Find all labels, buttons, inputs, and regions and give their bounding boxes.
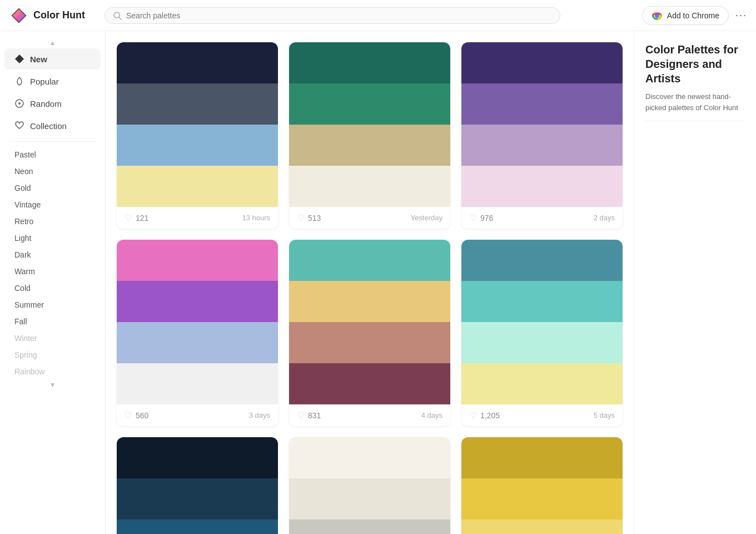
tag-retro[interactable]: Retro [4,214,101,229]
heart-icon: ♡ [125,212,132,223]
color-strip [117,520,278,534]
color-strip [289,125,450,166]
logo-area: Color Hunt [9,6,98,26]
tag-pastel[interactable]: Pastel [4,147,101,162]
logo-title: Color Hunt [33,9,85,21]
tag-vintage[interactable]: Vintage [4,197,101,212]
time-label: 5 days [594,411,615,419]
color-strip [289,520,450,534]
color-strip [461,437,623,478]
time-label: 13 hours [242,214,270,222]
tag-gold[interactable]: Gold [4,180,101,196]
like-button[interactable]: ♡831 [297,410,321,421]
add-chrome-label: Add to Chrome [667,11,719,20]
time-label: 4 days [421,411,442,419]
like-button[interactable]: ♡1,205 [469,410,500,421]
scroll-down-arrow[interactable]: ▼ [0,380,105,390]
like-count: 976 [480,214,493,222]
heart-icon: ♡ [469,410,477,421]
palette-card[interactable]: ♡885 days [117,437,278,534]
sidebar-item-new[interactable]: New [4,48,101,70]
color-strip [117,363,278,404]
svg-point-9 [18,102,21,105]
header: Color Hunt Add to Chrome ··· [0,0,756,31]
color-strip [461,166,623,207]
more-options-button[interactable]: ··· [735,9,747,21]
color-strip [117,322,278,363]
palette-card[interactable]: ♡4456 days [461,437,623,534]
palette-card[interactable]: ♡8314 days [289,240,450,426]
like-button[interactable]: ♡121 [125,212,148,223]
color-strip [289,240,450,281]
palette-card[interactable]: ♡12113 hours [117,42,278,229]
palette-card[interactable]: ♡9762 days [461,42,623,229]
color-strip [289,478,450,520]
logo-icon [9,6,29,26]
search-input[interactable] [126,11,552,20]
color-strip [117,83,278,125]
palette-footer: ♡12113 hours [117,207,278,229]
color-strip [117,42,278,83]
chrome-icon [651,10,663,21]
like-button[interactable]: ♡513 [297,212,321,223]
search-bar[interactable] [105,7,560,24]
tag-winter[interactable]: Winter [4,330,101,346]
palette-footer: ♡513Yesterday [289,207,450,229]
info-title: Color Palettes for Designers and Artists [645,42,745,86]
palette-card[interactable]: ♡513Yesterday [289,42,450,229]
color-strip [289,83,450,125]
tag-cold[interactable]: Cold [4,280,101,296]
tag-neon[interactable]: Neon [4,164,101,179]
scroll-up-arrow[interactable]: ▲ [0,38,105,48]
color-strip [289,166,450,207]
tag-dark[interactable]: Dark [4,247,101,263]
heart-icon: ♡ [125,410,132,421]
color-strip [117,437,278,478]
palette-footer: ♡8314 days [289,404,450,426]
palette-footer: ♡1,2055 days [461,404,623,426]
sidebar: ▲ New Popular Random Collection [0,31,106,534]
color-strip [461,83,623,125]
time-label: 3 days [249,411,270,419]
color-strip [289,42,450,83]
like-count: 513 [308,214,321,222]
main-layout: ▲ New Popular Random Collection [0,31,756,534]
tag-light[interactable]: Light [4,230,101,246]
sidebar-item-popular[interactable]: Popular [4,71,101,92]
like-count: 831 [308,411,321,420]
svg-point-6 [655,13,659,17]
tag-summer[interactable]: Summer [4,297,101,313]
add-chrome-button[interactable]: Add to Chrome [642,6,729,25]
color-strip [461,520,623,534]
palette-card[interactable]: ♡1,2055 days [461,240,623,426]
info-description: Discover the newest hand-picked palettes… [645,91,745,113]
search-icon [113,11,122,20]
palette-card[interactable]: ♡2146 days [289,437,450,534]
color-strip [289,363,450,404]
color-strip [289,437,450,478]
heart-icon: ♡ [469,212,477,223]
header-right: Add to Chrome ··· [642,6,747,25]
like-button[interactable]: ♡560 [125,410,148,421]
random-icon [14,98,24,108]
sidebar-item-collection[interactable]: Collection [4,115,101,136]
svg-marker-7 [15,55,24,63]
tag-fall[interactable]: Fall [4,314,101,329]
color-strip [117,125,278,166]
heart-nav-icon [14,121,24,131]
color-strip [117,281,278,322]
tag-spring[interactable]: Spring [4,347,101,363]
sidebar-item-random[interactable]: Random [4,93,101,114]
color-strip [117,478,278,520]
time-label: Yesterday [411,214,442,222]
like-count: 121 [136,214,148,222]
color-strip [461,42,623,83]
like-button[interactable]: ♡976 [469,212,493,223]
color-strip [461,363,623,404]
tag-rainbow[interactable]: Rainbow [4,364,101,379]
color-strip [461,240,623,281]
tag-warm[interactable]: Warm [4,264,101,279]
color-strip [461,281,623,322]
color-strip [461,125,623,166]
palette-card[interactable]: ♡5603 days [117,240,278,426]
